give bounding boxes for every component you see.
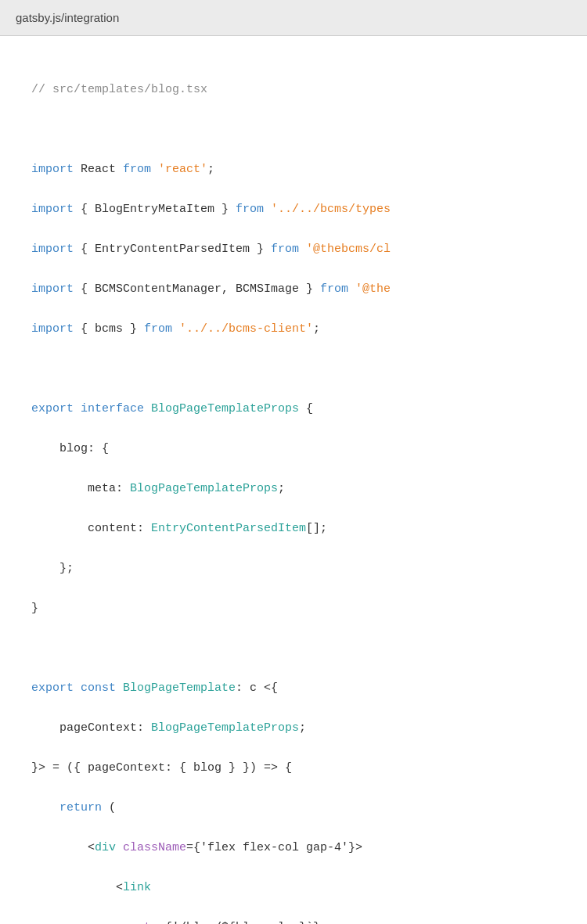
type-pagecontext: BlogPageTemplateProps — [151, 721, 299, 735]
type-content: EntryContentParsedItem — [151, 522, 306, 535]
tag-link: link — [123, 881, 151, 894]
attr-to: to — [144, 921, 158, 925]
str-bcms-types: '../../bcms/types — [271, 203, 391, 216]
interface-name: BlogPageTemplateProps — [151, 402, 299, 415]
kw-import-3: import — [31, 243, 74, 256]
kw-import-5: import — [31, 322, 74, 336]
str-react: 'react' — [158, 163, 207, 176]
kw-from-4: from — [320, 282, 348, 296]
code-container: // src/templates/blog.tsx import React f… — [0, 36, 587, 924]
kw-const: const — [81, 681, 116, 695]
attr-classname-1: className — [123, 841, 186, 854]
str-bcms-client: '../../bcms-client' — [179, 322, 313, 336]
kw-return: return — [59, 801, 102, 814]
kw-from-5: from — [144, 322, 172, 336]
kw-import-4: import — [31, 282, 74, 296]
const-name: BlogPageTemplate — [123, 681, 236, 695]
kw-export-interface: export — [31, 402, 74, 415]
str-the: '@the — [355, 282, 391, 296]
kw-from-2: from — [236, 203, 264, 216]
tag-div-1: div — [95, 841, 116, 854]
title-bar: gatsby.js/integration — [0, 0, 587, 36]
kw-import-1: import — [31, 163, 74, 176]
kw-from-1: from — [123, 163, 151, 176]
comment-line: // src/templates/blog.tsx — [31, 83, 207, 96]
type-meta: BlogPageTemplateProps — [130, 482, 278, 495]
kw-interface: interface — [81, 402, 144, 415]
title-label: gatsby.js/integration — [16, 11, 119, 24]
kw-export-const: export — [31, 681, 74, 695]
kw-from-3: from — [271, 243, 299, 256]
kw-import-2: import — [31, 203, 74, 216]
str-thebcms-cl: '@thebcms/cl — [306, 243, 391, 256]
